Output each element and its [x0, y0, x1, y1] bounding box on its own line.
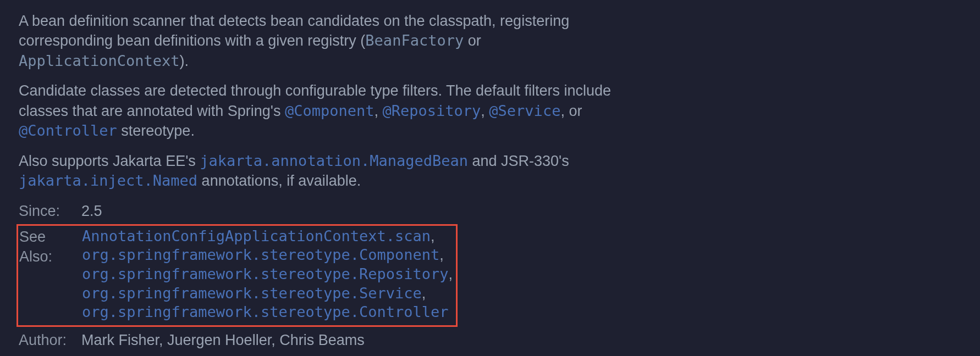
- see-also-link-1[interactable]: org.springframework.stereotype.Component: [82, 246, 439, 263]
- text: and JSR-330's: [468, 153, 569, 169]
- see-also-link-0[interactable]: AnnotationConfigApplicationContext.scan: [82, 227, 431, 244]
- see-also-label: See Also:: [19, 227, 82, 322]
- text: stereotype.: [117, 123, 195, 139]
- text: , or: [560, 103, 582, 119]
- comma: ,: [431, 228, 435, 244]
- text: ).: [180, 53, 189, 69]
- author-label: Author:: [19, 330, 81, 350]
- since-value: 2.5: [81, 201, 102, 221]
- see-also-link-2[interactable]: org.springframework.stereotype.Repositor…: [82, 265, 448, 282]
- text: or: [464, 32, 481, 49]
- code-literal: ApplicationContext: [19, 52, 180, 69]
- code-literal: BeanFactory: [365, 32, 464, 49]
- text: ,: [375, 103, 383, 119]
- comma: ,: [448, 266, 453, 282]
- javadoc-paragraph-3: Also supports Jakarta EE's jakarta.annot…: [19, 151, 613, 191]
- since-row: Since: 2.5: [19, 201, 961, 221]
- link-named[interactable]: jakarta.inject.Named: [19, 172, 197, 189]
- link-managedbean[interactable]: jakarta.annotation.ManagedBean: [200, 152, 468, 169]
- see-also-link-4[interactable]: org.springframework.stereotype.Controlle…: [82, 303, 448, 320]
- link-component[interactable]: @Component: [285, 102, 375, 119]
- author-value: Mark Fisher, Juergen Hoeller, Chris Beam…: [81, 330, 365, 350]
- link-service[interactable]: @Service: [489, 102, 560, 119]
- text: annotations, if available.: [197, 173, 361, 189]
- author-row: Author: Mark Fisher, Juergen Hoeller, Ch…: [19, 330, 961, 350]
- text: Also supports Jakarta EE's: [19, 153, 200, 169]
- comma: ,: [439, 247, 444, 263]
- see-also-list: AnnotationConfigApplicationContext.scan,…: [82, 227, 453, 322]
- javadoc-panel: A bean definition scanner that detects b…: [0, 0, 980, 356]
- comma: ,: [422, 285, 426, 302]
- see-also-link-3[interactable]: org.springframework.stereotype.Service: [82, 285, 422, 302]
- javadoc-paragraph-2: Candidate classes are detected through c…: [19, 81, 613, 141]
- link-controller[interactable]: @Controller: [19, 122, 117, 139]
- see-also-block: See Also: AnnotationConfigApplicationCon…: [16, 224, 458, 327]
- since-label: Since:: [19, 201, 81, 221]
- javadoc-paragraph-1: A bean definition scanner that detects b…: [19, 11, 613, 71]
- text: A bean definition scanner that detects b…: [19, 13, 569, 49]
- link-repository[interactable]: @Repository: [383, 102, 481, 119]
- text: ,: [481, 103, 489, 119]
